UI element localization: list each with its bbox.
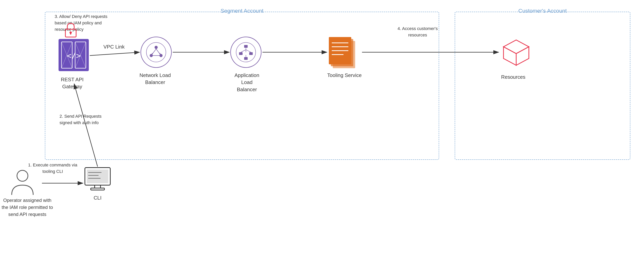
diagram-container: Segment Account Customer's Account 3. Al… <box>0 0 644 274</box>
svg-rect-24 <box>244 57 248 60</box>
svg-marker-38 <box>504 47 516 65</box>
svg-rect-43 <box>95 185 100 188</box>
resources-label: Resources <box>494 74 533 80</box>
svg-line-15 <box>152 49 156 54</box>
tooling-service-label: Tooling Service <box>322 72 367 79</box>
step3-annotation: 3. Allow/ Deny API requests based on IAM… <box>55 13 117 32</box>
svg-point-40 <box>17 170 28 181</box>
svg-rect-2 <box>70 32 71 34</box>
svg-line-16 <box>156 49 160 54</box>
step4-annotation: 4. Access customer's resources <box>390 25 445 38</box>
operator-icon <box>10 169 35 198</box>
customer-account-label: Customer's Account <box>518 8 567 14</box>
api-gateway-label: REST API Gateway <box>49 76 96 90</box>
svg-rect-23 <box>249 52 253 55</box>
step2-annotation: 2. Send API Requests signed with auth in… <box>60 113 118 126</box>
nlb-circle <box>140 37 172 68</box>
customer-account-box: Customer's Account <box>455 12 630 160</box>
svg-rect-21 <box>244 45 248 48</box>
lock-icon <box>64 22 78 39</box>
svg-point-12 <box>154 46 158 49</box>
svg-line-27 <box>246 50 251 52</box>
alb-circle <box>230 37 262 68</box>
svg-line-26 <box>241 50 246 52</box>
cli-label: CLI <box>86 195 109 201</box>
svg-text:</>: </> <box>67 51 81 60</box>
cli-icon <box>84 167 111 193</box>
segment-account-label: Segment Account <box>220 8 263 14</box>
svg-rect-42 <box>87 169 108 183</box>
resources-icon <box>500 36 533 70</box>
svg-point-11 <box>146 42 166 62</box>
svg-rect-44 <box>91 188 104 190</box>
svg-rect-22 <box>239 52 242 55</box>
api-gateway-icon: </> <box>58 39 90 72</box>
operator-label: Operator assigned with the IAM role perm… <box>0 197 55 218</box>
alb-label: Application Load Balancer <box>220 72 273 93</box>
svg-marker-39 <box>516 47 529 65</box>
svg-marker-37 <box>504 40 529 54</box>
nlb-label: Network Load Balancer <box>131 72 180 86</box>
tooling-service-icon <box>328 36 361 71</box>
vpc-link-label: VPC Link <box>104 44 124 50</box>
